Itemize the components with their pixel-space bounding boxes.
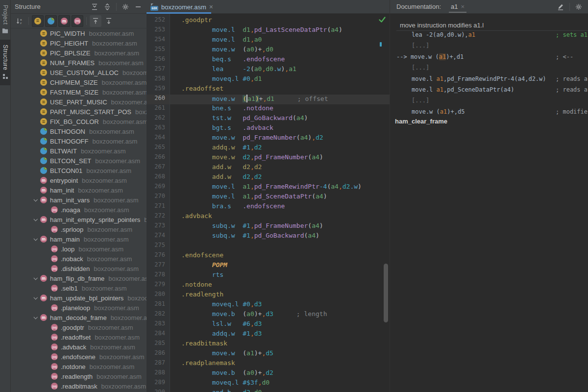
stripe-tab-structure[interactable]: Structure [0, 40, 10, 85]
code-line-270[interactable]: 270 move.l a1,pd_SceneDataPtr(a4) [147, 193, 390, 202]
documentation-tab-a1[interactable]: a1 × [449, 0, 466, 14]
structure-tree-item-FIX_BG_COLOR[interactable]: =FIX_BG_COLORboxzoomer.asm [11, 117, 147, 126]
code-line-258[interactable]: 258 moveq.l #0,d1 [147, 75, 390, 85]
structure-tree-item-sprloop[interactable]: (m).sprloopboxzoomer.asm [11, 224, 147, 234]
sort-alphabetically-icon[interactable]: az [14, 15, 25, 27]
structure-tree-item-USE_CUSTOM_ALLOC[interactable]: =USE_CUSTOM_ALLOCboxzoomer.asm [11, 68, 147, 77]
close-icon[interactable]: × [461, 3, 465, 10]
stripe-tab-project[interactable]: Project [0, 0, 10, 40]
code-line-278[interactable]: 278 rts [147, 271, 390, 281]
code-line-285[interactable]: 285.readbitmask [147, 340, 390, 349]
structure-tree-item-dishidden[interactable]: (m).dishiddenboxzoomer.asm [11, 264, 147, 273]
code-line-283[interactable]: 283 lsl.w #6,d3 [147, 320, 390, 330]
code-area[interactable]: 251 move.l d0,pd_SceneDataPtr(a4)252.goo… [147, 14, 390, 392]
filter-labels-button[interactable]: m [58, 15, 70, 27]
code-line-287[interactable]: 287.readplanemask [147, 359, 390, 369]
code-line-262[interactable]: 262 tst.w pd_GoBackward(a4) [147, 114, 390, 124]
filter-local-labels-button[interactable]: (m) [72, 15, 83, 27]
chevron-down-icon[interactable] [33, 197, 37, 201]
filter-macros-button[interactable] [45, 15, 57, 27]
code-line-284[interactable]: 284 addq.w #1,d3 [147, 330, 390, 340]
error-stripe-mark[interactable] [380, 42, 382, 47]
structure-tree-item-readoffset[interactable]: (m).readoffsetboxzoomer.asm [11, 332, 147, 342]
code-line-266[interactable]: 266 move.w d2,pd_FrameNumber(a4) [147, 153, 390, 163]
structure-tree-item-BLTWAIT[interactable]: BLTWAITboxzoomer.asm [11, 146, 147, 156]
code-line-253[interactable]: 253 move.l d1,pd_LastSceneDataPtr(a4) [147, 26, 390, 36]
chevron-down-icon[interactable] [33, 237, 37, 241]
structure-tree-item-planeloop[interactable]: (m).planeloopboxzoomer.asm [11, 303, 147, 313]
edit-source-icon[interactable] [555, 1, 566, 12]
code-line-263[interactable]: 263 bgt.s .advback [147, 124, 390, 134]
expand-all-icon[interactable] [89, 1, 100, 12]
structure-tree-item-BLTCON01[interactable]: BLTCON01boxzoomer.asm [11, 166, 147, 175]
autoscroll-to-source-button[interactable] [90, 15, 101, 27]
structure-tree-item-USE_PART_MUSIC[interactable]: =USE_PART_MUSICboxzoomer.asm [11, 97, 147, 107]
code-line-260[interactable]: 260 move.w (a1)+,d1 ; offset [147, 95, 390, 104]
close-icon[interactable]: × [209, 3, 213, 10]
editor-scrollbar[interactable] [384, 264, 388, 322]
code-line-268[interactable]: 268 add.w d2,d2 [147, 173, 390, 183]
structure-tree-item-selb1[interactable]: (m).selb1boxzoomer.asm [11, 283, 147, 293]
code-line-255[interactable]: 255 move.w (a0)+,d0 [147, 46, 390, 55]
code-line-256[interactable]: 256 beq.s .endofscene [147, 55, 390, 65]
code-line-288[interactable]: 288 move.b (a0)+,d2 [147, 369, 390, 379]
chevron-down-icon[interactable] [33, 315, 37, 319]
chevron-down-icon[interactable] [33, 217, 37, 221]
structure-tree-item-PIC_HEIGHT[interactable]: =PIC_HEIGHTboxzoomer.asm [11, 38, 147, 48]
structure-tree-item-PART_MUSIC_START_POS[interactable]: =PART_MUSIC_START_POSboxzoomer.asm [11, 107, 147, 117]
structure-tree-item-endofscene[interactable]: (m).endofsceneboxzoomer.asm [11, 352, 147, 362]
code-line-280[interactable]: 280.readlength [147, 291, 390, 300]
code-line-269[interactable]: 269 move.l a1,pd_FrameRewindPtr-4(a4,d2.… [147, 183, 390, 193]
code-line-259[interactable]: 259.readoffset [147, 85, 390, 95]
code-line-273[interactable]: 273 subq.w #1,pd_FrameNumber(a4) [147, 222, 390, 232]
structure-tree-item-BLTHOGON[interactable]: BLTHOGONboxzoomer.asm [11, 126, 147, 136]
structure-tree-item-NUM_FRAMES[interactable]: =NUM_FRAMESboxzoomer.asm [11, 58, 147, 68]
structure-tree-item-ham_init_empty_sprite_pointers[interactable]: mham_init_empty_sprite_pointersboxzoomer… [11, 215, 147, 224]
code-line-261[interactable]: 261 bne.s .notdone [147, 104, 390, 114]
code-line-281[interactable]: 281 moveq.l #0,d3 [147, 300, 390, 310]
structure-tree-item-notdone[interactable]: (m).notdoneboxzoomer.asm [11, 362, 147, 371]
structure-tree-item-noback[interactable]: (m).nobackboxzoomer.asm [11, 254, 147, 264]
structure-tree-item-ham_flip_db_frame[interactable]: mham_flip_db_frameboxzoomer.asm [11, 273, 147, 283]
structure-tree-item-BLTHOGOFF[interactable]: BLTHOGOFFboxzoomer.asm [11, 136, 147, 146]
collapse-all-icon[interactable] [102, 1, 113, 12]
hide-panel-icon[interactable] [133, 1, 144, 12]
structure-tree-item-PIC_BPLSIZE[interactable]: =PIC_BPLSIZEboxzoomer.asm [11, 48, 147, 58]
structure-tree-item-CHIPMEM_SIZE[interactable]: =CHIPMEM_SIZEboxzoomer.asm [11, 77, 147, 87]
code-line-264[interactable]: 264 move.w pd_FrameNumber(a4),d2 [147, 134, 390, 144]
filter-constants-button[interactable]: = [32, 15, 44, 27]
structure-tree-item-ham_decode_frame[interactable]: mham_decode_frameboxzoomer.asm [11, 313, 147, 322]
structure-tree-item-readlength[interactable]: (m).readlengthboxzoomer.asm [11, 371, 147, 381]
structure-tree-item-FASTMEM_SIZE[interactable]: =FASTMEM_SIZEboxzoomer.asm [11, 87, 147, 97]
autoscroll-from-source-button[interactable] [103, 15, 115, 27]
structure-tree-item-PIC_WIDTH[interactable]: =PIC_WIDTHboxzoomer.asm [11, 28, 147, 38]
code-line-254[interactable]: 254 move.l d1,a0 [147, 36, 390, 46]
structure-tree-item-ham_init_vars[interactable]: mham_init_varsboxzoomer.asm [11, 195, 147, 205]
code-line-289[interactable]: 289 moveq.l #$3f,d0 [147, 379, 390, 389]
code-line-282[interactable]: 282 move.b (a0)+,d3 ; length [147, 310, 390, 320]
structure-tree-item-BLTCON_SET[interactable]: BLTCON_SETboxzoomer.asm [11, 156, 147, 166]
structure-tree-item-advback[interactable]: (m).advbackboxzoomer.asm [11, 342, 147, 352]
structure-tree-item-entrypoint[interactable]: mentrypointboxzoomer.asm [11, 175, 147, 185]
structure-tree-item-noaga[interactable]: (m).noagaboxzoomer.asm [11, 205, 147, 215]
gear-icon[interactable] [573, 1, 584, 12]
code-line-286[interactable]: 286 move.w (a1)+,d5 [147, 349, 390, 359]
code-line-252[interactable]: 252.goodptr [147, 16, 390, 26]
code-line-272[interactable]: 272.advback [147, 212, 390, 222]
inspections-ok-check-icon[interactable] [378, 16, 386, 25]
structure-tree-item-ham_init[interactable]: mham_initboxzoomer.asm [11, 185, 147, 195]
gear-icon[interactable] [120, 1, 131, 12]
structure-tree-item-loop[interactable]: (m).loopboxzoomer.asm [11, 244, 147, 254]
chevron-down-icon[interactable] [33, 295, 37, 299]
structure-tree-item-ham_update_bpl_pointers[interactable]: mham_update_bpl_pointersboxzoomer.asm [11, 293, 147, 303]
code-line-265[interactable]: 265 addq.w #1,d2 [147, 144, 390, 153]
chevron-down-icon[interactable] [33, 276, 37, 280]
code-line-267[interactable]: 267 add.w d2,d2 [147, 163, 390, 173]
code-line-290[interactable]: 290 and.b d2,d0 [147, 389, 390, 392]
structure-tree-item-readbitmask[interactable]: (m).readbitmaskboxzoomer.asm [11, 381, 147, 391]
code-line-276[interactable]: 276.endofscene [147, 251, 390, 261]
code-line-257[interactable]: 257 lea -2(a0,d0.w),a1 [147, 65, 390, 75]
structure-tree-item-ham_main[interactable]: mham_mainboxzoomer.asm [11, 234, 147, 244]
code-line-279[interactable]: 279.notdone [147, 281, 390, 291]
code-line-271[interactable]: 271 bra.s .endofscene [147, 202, 390, 212]
